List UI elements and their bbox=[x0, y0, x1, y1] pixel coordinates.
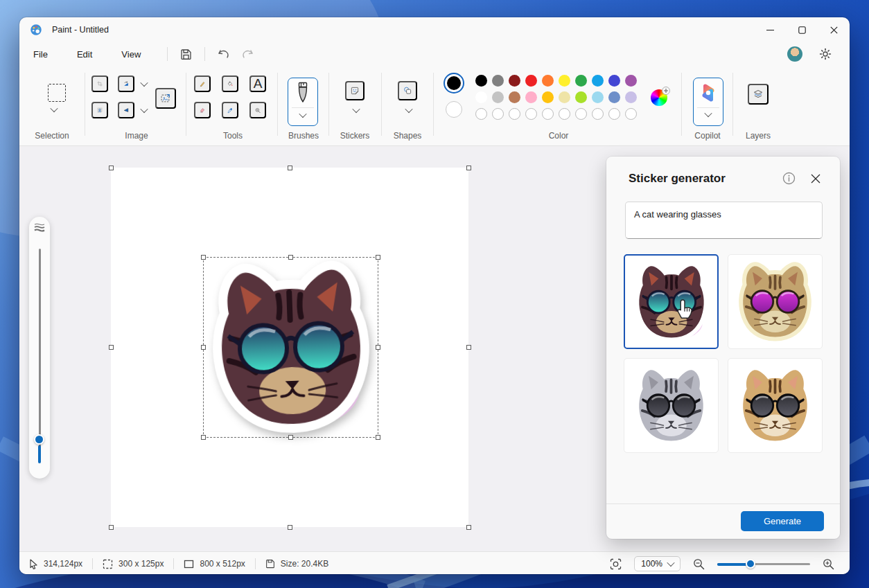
palette-color-swatch[interactable] bbox=[492, 91, 504, 103]
color2-swatch[interactable] bbox=[446, 101, 462, 118]
rotate-dropdown[interactable] bbox=[136, 78, 152, 89]
canvas-sticker-cat[interactable] bbox=[205, 258, 378, 438]
canvas-resize-handle[interactable] bbox=[466, 166, 471, 170]
canvas-resize-handle[interactable] bbox=[288, 525, 292, 530]
selection-handle[interactable] bbox=[376, 435, 380, 440]
palette-color-swatch[interactable] bbox=[492, 75, 504, 87]
color1-swatch[interactable] bbox=[444, 73, 464, 93]
zoom-out-button[interactable] bbox=[687, 555, 710, 573]
palette-color-swatch[interactable] bbox=[575, 75, 587, 87]
selection-handle[interactable] bbox=[201, 345, 206, 350]
resize-image-button[interactable] bbox=[155, 88, 176, 109]
canvas-resize-handle[interactable] bbox=[109, 525, 114, 530]
palette-empty-slot[interactable] bbox=[542, 108, 554, 120]
palette-color-swatch[interactable] bbox=[525, 75, 537, 87]
palette-color-swatch[interactable] bbox=[625, 91, 637, 103]
brush-size-thumb[interactable] bbox=[34, 434, 44, 445]
palette-color-swatch[interactable] bbox=[575, 91, 587, 103]
selection-handle[interactable] bbox=[376, 345, 380, 350]
selection-handle[interactable] bbox=[376, 255, 380, 260]
palette-empty-slot[interactable] bbox=[492, 108, 504, 120]
maximize-button[interactable] bbox=[786, 17, 818, 42]
text-tool-button[interactable]: A bbox=[249, 75, 266, 92]
canvas-resize-handle[interactable] bbox=[466, 525, 471, 530]
selection-marquee[interactable] bbox=[203, 257, 378, 438]
zoom-in-button[interactable] bbox=[817, 555, 840, 573]
canvas-resize-handle[interactable] bbox=[109, 345, 114, 350]
canvas-resize-handle[interactable] bbox=[288, 166, 292, 170]
palette-empty-slot[interactable] bbox=[559, 108, 570, 120]
palette-empty-slot[interactable] bbox=[575, 108, 587, 120]
stickers-dropdown[interactable] bbox=[348, 105, 365, 116]
save-button[interactable] bbox=[175, 46, 198, 63]
selection-handle[interactable] bbox=[288, 255, 293, 260]
zoom-slider-thumb[interactable] bbox=[746, 559, 755, 569]
background-removal-button[interactable] bbox=[91, 102, 108, 118]
palette-empty-slot[interactable] bbox=[625, 108, 637, 120]
palette-color-swatch[interactable] bbox=[625, 75, 637, 87]
palette-color-swatch[interactable] bbox=[592, 91, 604, 103]
palette-color-swatch[interactable] bbox=[608, 75, 620, 87]
palette-color-swatch[interactable] bbox=[608, 91, 620, 103]
zoom-slider[interactable] bbox=[717, 558, 810, 569]
zoom-level-dropdown[interactable]: 100% bbox=[634, 556, 681, 571]
stickers-button[interactable] bbox=[345, 81, 365, 100]
palette-empty-slot[interactable] bbox=[475, 108, 487, 120]
menu-edit[interactable]: Edit bbox=[67, 46, 102, 63]
sticker-option-2[interactable] bbox=[728, 254, 823, 349]
sticker-option-3[interactable] bbox=[624, 358, 719, 453]
palette-color-swatch[interactable] bbox=[525, 91, 537, 103]
selection-handle[interactable] bbox=[201, 255, 206, 260]
palette-color-swatch[interactable] bbox=[509, 75, 520, 87]
brush-size-track[interactable] bbox=[39, 249, 41, 456]
palette-color-swatch[interactable] bbox=[559, 91, 570, 103]
palette-color-swatch[interactable] bbox=[542, 75, 554, 87]
generate-button[interactable]: Generate bbox=[741, 511, 824, 531]
brushes-button[interactable] bbox=[288, 78, 318, 126]
edit-colors-button[interactable] bbox=[651, 89, 667, 106]
palette-empty-slot[interactable] bbox=[592, 108, 604, 120]
settings-button[interactable] bbox=[814, 45, 837, 63]
palette-color-swatch[interactable] bbox=[559, 75, 570, 87]
sticker-option-4[interactable] bbox=[728, 358, 823, 453]
crop-button[interactable] bbox=[91, 75, 108, 92]
palette-empty-slot[interactable] bbox=[608, 108, 620, 120]
shapes-dropdown[interactable] bbox=[401, 105, 417, 116]
shapes-button[interactable] bbox=[398, 81, 417, 100]
selection-tool-button[interactable] bbox=[42, 81, 71, 105]
palette-empty-slot[interactable] bbox=[509, 108, 520, 120]
selection-handle[interactable] bbox=[288, 435, 293, 440]
selection-handle[interactable] bbox=[201, 435, 206, 440]
palette-empty-slot[interactable] bbox=[525, 108, 537, 120]
layers-button[interactable] bbox=[748, 84, 769, 105]
minimize-button[interactable] bbox=[754, 17, 786, 42]
menu-file[interactable]: File bbox=[24, 46, 58, 63]
pencil-button[interactable] bbox=[194, 75, 211, 92]
menu-view[interactable]: View bbox=[112, 46, 150, 63]
canvas-resize-handle[interactable] bbox=[466, 345, 471, 350]
canvas-resize-handle[interactable] bbox=[109, 166, 114, 170]
account-avatar[interactable] bbox=[787, 46, 802, 62]
eraser-button[interactable] bbox=[194, 102, 211, 118]
flip-dropdown[interactable] bbox=[136, 105, 152, 116]
palette-color-swatch[interactable] bbox=[475, 91, 487, 103]
copilot-button[interactable] bbox=[693, 78, 723, 126]
paint-canvas[interactable] bbox=[111, 168, 468, 527]
palette-color-swatch[interactable] bbox=[509, 91, 520, 103]
titlebar[interactable]: Paint - Untitled bbox=[19, 17, 850, 42]
rotate-button[interactable] bbox=[118, 75, 134, 92]
palette-color-swatch[interactable] bbox=[542, 91, 554, 103]
info-button[interactable] bbox=[780, 169, 798, 188]
prompt-input[interactable]: A cat wearing glasses bbox=[625, 202, 823, 239]
color-picker-button[interactable] bbox=[222, 102, 238, 118]
redo-button[interactable] bbox=[236, 46, 259, 62]
fill-button[interactable] bbox=[222, 75, 238, 92]
selection-dropdown-button[interactable] bbox=[46, 104, 62, 115]
fit-to-screen-button[interactable] bbox=[604, 555, 627, 573]
panel-close-button[interactable] bbox=[808, 171, 823, 186]
palette-color-swatch[interactable] bbox=[592, 75, 604, 87]
flip-button[interactable] bbox=[118, 102, 134, 118]
close-button[interactable] bbox=[818, 17, 850, 42]
palette-color-swatch[interactable] bbox=[475, 75, 487, 87]
magnifier-button[interactable] bbox=[249, 102, 266, 118]
